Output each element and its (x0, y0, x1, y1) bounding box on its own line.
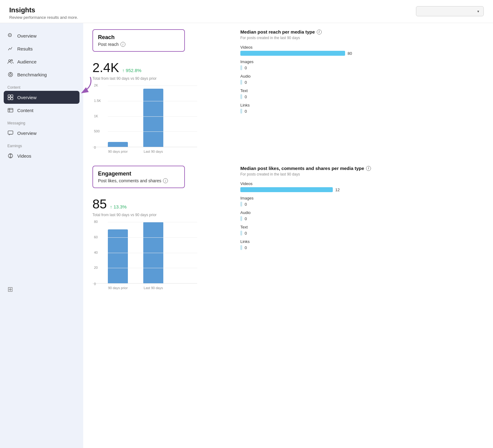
svg-line-7 (11, 36, 11, 37)
header-text: Insights Review performance results and … (9, 6, 78, 20)
svg-point-10 (9, 60, 10, 62)
reach-section: Reach Post reach i 2.4K ↑ 952.8% (92, 29, 484, 153)
eng-links-row: Links 0 (240, 239, 484, 250)
eng-text-row: Text 0 (240, 225, 484, 236)
eng-videos-value: 12 (335, 188, 340, 192)
sidebar-item-audience[interactable]: Audience (0, 55, 83, 68)
sidebar-item-videos[interactable]: Videos (0, 149, 83, 162)
engagement-median-info-icon[interactable]: i (366, 166, 371, 171)
eng-bar-label-prior: 90 days prior (108, 286, 128, 290)
header: Insights Review performance results and … (0, 0, 493, 23)
reach-videos-bar-container: 80 (240, 51, 484, 56)
eng-audio-row: Audio 0 (240, 210, 484, 221)
svg-rect-22 (8, 131, 13, 134)
reach-links-bar-container: 0 (240, 109, 484, 114)
sidebar-item-content-overview[interactable]: Overview (4, 91, 79, 104)
eng-videos-bar (240, 187, 333, 192)
engagement-info-icon[interactable]: i (163, 178, 168, 183)
eng-text-bar (240, 231, 242, 236)
eng-audio-label: Audio (240, 210, 484, 215)
eng-videos-bar-container: 12 (240, 187, 484, 192)
reach-title: Reach (98, 34, 179, 41)
svg-line-9 (9, 36, 9, 37)
bar-x-labels: 90 days prior Last 90 days (92, 150, 197, 153)
reach-links-bar (240, 109, 242, 114)
reach-images-bar (240, 65, 242, 70)
chevron-down-icon: ▾ (477, 9, 479, 14)
eng-bar-prior (108, 229, 128, 283)
y-label-e: 60 (94, 235, 98, 239)
reach-chart: 2K 1.5K 1K 500 0 (92, 86, 197, 153)
reach-text-label: Text (240, 88, 484, 93)
bar-label-prior: 90 days prior (108, 150, 128, 153)
reach-info-icon[interactable]: i (120, 42, 125, 47)
y-label-e: 80 (94, 220, 98, 224)
benchmarking-icon (7, 71, 14, 78)
earnings-section-label: Earnings (0, 139, 83, 149)
engagement-median-subtitle: For posts created in the last 90 days (240, 172, 484, 176)
reach-images-label: Images (240, 59, 484, 64)
y-label: 2K (94, 83, 98, 87)
content-overview-icon (7, 94, 14, 100)
reach-audio-label: Audio (240, 74, 484, 79)
reach-videos-bar (240, 51, 345, 56)
engagement-median-title: Median post likes, comments and shares p… (240, 166, 484, 171)
svg-rect-17 (8, 98, 10, 100)
reach-text-row: Text 0 (240, 88, 484, 99)
y-label-e: 20 (94, 266, 98, 269)
reach-subtitle: Post reach i (98, 42, 179, 47)
engagement-title: Engagement (98, 171, 179, 177)
engagement-section: Engagement Post likes, comments and shar… (92, 166, 484, 290)
sidebar-item-benchmarking-label: Benchmarking (17, 72, 47, 77)
reach-description: Total from last 90 days vs 90 days prior (92, 76, 222, 81)
eng-bar-current (143, 222, 163, 283)
sidebar-toggle-icon[interactable]: ⊞ (7, 285, 13, 293)
eng-images-row: Images 0 (240, 196, 484, 207)
reach-audio-row: Audio 0 (240, 74, 484, 85)
reach-links-row: Links 0 (240, 103, 484, 114)
reach-text-bar-container: 0 (240, 94, 484, 99)
sidebar-item-overview[interactable]: Overview (0, 29, 83, 42)
svg-point-13 (10, 74, 11, 75)
reach-links-label: Links (240, 103, 484, 107)
page-subtitle: Review performance results and more. (9, 15, 78, 20)
reach-median-info-icon[interactable]: i (317, 30, 322, 34)
eng-bar-label-current: Last 90 days (143, 286, 163, 290)
eng-images-value: 0 (245, 202, 247, 207)
engagement-median-section: Median post likes, comments and shares p… (240, 166, 484, 290)
eng-images-bar-container: 0 (240, 202, 484, 207)
svg-point-1 (10, 35, 10, 36)
y-label: 1.5K (94, 99, 101, 103)
y-label: 0 (94, 146, 96, 149)
sidebar-item-messaging-overview[interactable]: Overview (0, 127, 83, 139)
sidebar-item-overview-label: Overview (17, 33, 37, 38)
svg-line-8 (11, 34, 11, 34)
eng-text-bar-container: 0 (240, 231, 484, 236)
up-arrow-icon-2: ↑ (110, 204, 112, 209)
sidebar-item-results[interactable]: Results (0, 42, 83, 55)
bar-prior (108, 142, 128, 147)
engagement-big-number: 85 ↑ 13.3% (92, 197, 222, 212)
dropdown-value (421, 9, 422, 14)
account-dropdown[interactable]: ▾ (416, 6, 484, 16)
sidebar-item-content[interactable]: Content (0, 104, 83, 117)
reach-median-subtitle: For posts created in the last 90 days (240, 36, 484, 40)
sidebar-bottom: ⊞ (0, 162, 83, 300)
eng-videos-label: Videos (240, 181, 484, 186)
reach-median-title: Median post reach per media type i (240, 29, 484, 34)
bar-current (143, 89, 163, 147)
reach-links-value: 0 (245, 109, 247, 114)
eng-text-label: Text (240, 225, 484, 229)
engagement-description: Total from last 90 days vs 90 days prior (92, 213, 222, 217)
sidebar-item-benchmarking[interactable]: Benchmarking (0, 68, 83, 81)
reach-videos-row: Videos 80 (240, 45, 484, 56)
reach-images-bar-container: 0 (240, 65, 484, 70)
sidebar: Overview Results (0, 23, 83, 448)
engagement-percent-change: ↑ 13.3% (110, 204, 127, 209)
reach-big-number: 2.4K ↑ 952.8% (92, 60, 222, 75)
sidebar-item-videos-label: Videos (17, 153, 31, 159)
sidebar-item-content-label: Content (17, 108, 34, 113)
y-label-e: 40 (94, 251, 98, 254)
engagement-chart: 80 60 40 20 0 90 days prior (92, 222, 197, 290)
eng-links-value: 0 (245, 245, 247, 250)
